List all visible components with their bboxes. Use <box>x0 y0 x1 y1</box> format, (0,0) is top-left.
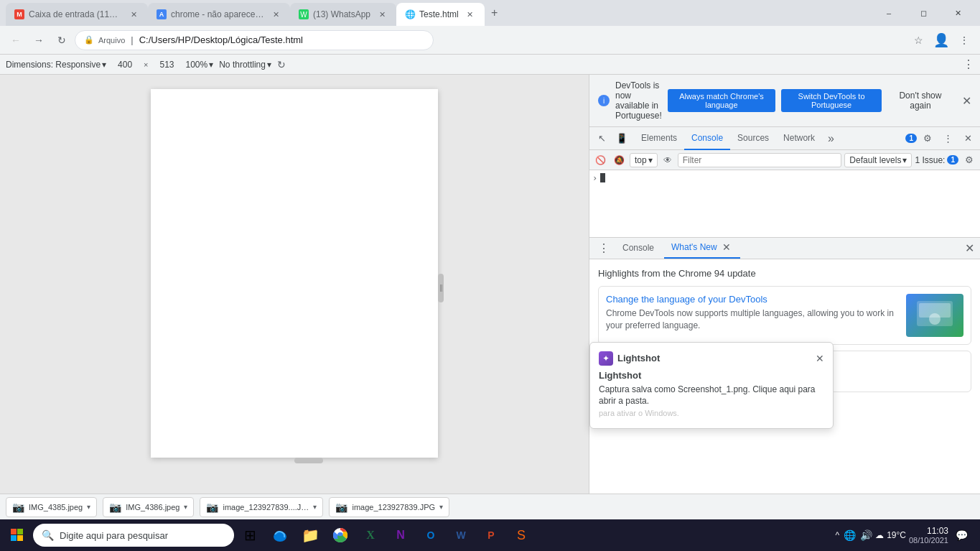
tab-chrome[interactable]: A chrome - não aparece nada | Lóg... ✕ <box>148 3 290 26</box>
download-chevron-4[interactable]: ▾ <box>439 503 443 511</box>
tab-chrome-close[interactable]: ✕ <box>270 9 281 20</box>
weather-widget[interactable]: ☁ 19°C <box>875 530 906 540</box>
taskbar-app-outlook[interactable]: O <box>416 521 445 550</box>
levels-selector[interactable]: Default levels ▾ <box>844 153 912 167</box>
minimize-button[interactable]: – <box>872 1 905 24</box>
inspect-element-button[interactable]: ↖ <box>592 129 611 148</box>
resize-handle-right[interactable]: ‖ <box>438 274 444 302</box>
console-content[interactable]: › <box>589 170 980 237</box>
weather-temp: 19°C <box>887 530 906 540</box>
close-devtools-button[interactable]: ✕ <box>958 129 977 148</box>
tab-gmail[interactable]: M Caixa de entrada (111) - andrede... ✕ <box>6 3 148 26</box>
tab-console[interactable]: Console <box>684 127 730 150</box>
throttle-arrow: ▾ <box>267 60 271 70</box>
taskbar-app-edge[interactable] <box>266 521 294 550</box>
drawer-close-button[interactable]: ✕ <box>965 241 974 255</box>
drawer-tab-console[interactable]: Console <box>615 237 661 259</box>
clear-console-button[interactable]: 🚫 <box>592 152 608 168</box>
taskbar-app-explorer[interactable]: 📁 <box>296 521 325 550</box>
feature-language-title[interactable]: Change the language of your DevTools <box>606 294 899 305</box>
devtools-left-icons: ↖ 📱 <box>589 129 634 148</box>
download-item-2[interactable]: 📷 IMG_4386.jpeg ▾ <box>103 497 194 517</box>
download-item-1[interactable]: 📷 IMG_4385.jpeg ▾ <box>6 497 97 517</box>
search-placeholder: Digite aqui para pesquisar <box>60 530 168 541</box>
eye-button[interactable]: 👁 <box>661 154 675 167</box>
taskbar-app-chrome[interactable] <box>326 521 355 550</box>
menu-button[interactable]: ⋮ <box>954 30 974 50</box>
console-settings-button[interactable]: ⚙ <box>961 152 977 168</box>
match-language-button[interactable]: Always match Chrome's language <box>668 89 775 112</box>
tab-whatsapp-close[interactable]: ✕ <box>376 9 388 20</box>
download-chevron-3[interactable]: ▾ <box>313 503 317 511</box>
taskbar-app-unknown[interactable]: S <box>507 521 536 550</box>
resize-handle-bottom[interactable] <box>294 458 323 463</box>
address-input[interactable]: 🔒 Arquivo | C:/Users/HP/Desktop/Lógica/T… <box>75 30 434 50</box>
download-chevron-2[interactable]: ▾ <box>184 503 187 511</box>
tab-teste-close[interactable]: ✕ <box>465 9 476 20</box>
devtools-dimensions-bar: Dimensions: Responsive ▾ × 100% ▾ No thr… <box>0 55 980 75</box>
more-tabs-button[interactable]: » <box>822 132 840 145</box>
taskbar-app-word[interactable]: W <box>447 521 475 550</box>
taskbar: 🔍 Digite aqui para pesquisar ⊞ 📁 <box>0 519 980 551</box>
dont-show-again-button[interactable]: Don't show again <box>887 88 953 114</box>
issues-badge: 1 <box>905 134 917 143</box>
devtools-panel: i DevTools is now available in Portugues… <box>589 75 980 494</box>
switch-language-button[interactable]: Switch DevTools to Portuguese <box>781 89 882 112</box>
block-urls-button[interactable]: 🔕 <box>611 152 627 168</box>
devtools-bar-more[interactable]: ⋮ <box>963 57 974 71</box>
lightshot-message: Captura salva como Screenshot_1.png. Cli… <box>599 384 816 407</box>
profile-button[interactable]: 👤 <box>931 30 951 50</box>
tab-gmail-close[interactable]: ✕ <box>128 9 139 20</box>
close-button[interactable]: ✕ <box>941 1 974 24</box>
address-bar: ← → ↻ 🔒 Arquivo | C:/Users/HP/Desktop/Ló… <box>0 26 980 55</box>
tab-sources[interactable]: Sources <box>730 127 776 150</box>
taskbar-app-taskview[interactable]: ⊞ <box>235 521 264 550</box>
height-input[interactable] <box>154 60 180 70</box>
banner-info-icon: i <box>598 95 610 106</box>
drawer-more-button[interactable]: ⋮ <box>595 241 612 255</box>
restore-button[interactable]: ◻ <box>907 1 940 24</box>
zoom-selector[interactable]: 100% ▾ <box>186 60 214 70</box>
taskbar-app-powerpoint[interactable]: P <box>477 521 505 550</box>
tab-teste[interactable]: 🌐 Teste.html ✕ <box>396 3 485 26</box>
dimensions-selector[interactable]: Dimensions: Responsive ▾ <box>6 60 106 70</box>
forward-button[interactable]: → <box>29 30 49 50</box>
throttle-selector[interactable]: No throttling ▾ <box>219 60 271 70</box>
tray-network-icon: 🌐 <box>844 529 856 541</box>
device-toolbar-button[interactable]: 📱 <box>612 129 631 148</box>
download-bar: 📷 IMG_4385.jpeg ▾ 📷 IMG_4386.jpeg ▾ 📷 im… <box>0 494 980 519</box>
width-input[interactable] <box>112 60 138 70</box>
settings-button[interactable]: ⚙ <box>918 129 937 148</box>
tray-expand[interactable]: ^ <box>835 530 839 540</box>
back-button[interactable]: ← <box>6 30 26 50</box>
bookmark-button[interactable]: ☆ <box>908 30 928 50</box>
toolbar-right: ☆ 👤 ⋮ <box>908 30 974 50</box>
drawer-tab-close-button[interactable]: ✕ <box>720 241 733 254</box>
dimensions-label: Dimensions: Responsive <box>6 60 101 70</box>
new-tab-button[interactable]: + <box>485 3 505 23</box>
address-url: C:/Users/HP/Desktop/Lógica/Teste.html <box>139 34 303 45</box>
taskbar-app-onenote[interactable]: N <box>386 521 415 550</box>
banner-close-button[interactable]: ✕ <box>962 94 971 108</box>
start-button[interactable] <box>3 521 32 550</box>
tab-network[interactable]: Network <box>776 127 822 150</box>
tab-whatsapp[interactable]: W (13) WhatsApp ✕ <box>290 3 396 26</box>
refresh-button[interactable]: ↻ <box>52 30 72 50</box>
rotate-icon[interactable]: ↻ <box>277 59 286 70</box>
tab-elements[interactable]: Elements <box>634 127 684 150</box>
download-item-4[interactable]: 📷 image_123927839.JPG ▾ <box>329 497 449 517</box>
download-chevron-1[interactable]: ▾ <box>87 503 90 511</box>
taskbar-app-excel[interactable]: X <box>356 521 385 550</box>
customize-button[interactable]: ⋮ <box>938 129 957 148</box>
taskbar-search[interactable]: 🔍 Digite aqui para pesquisar <box>33 524 234 547</box>
whatsapp-favicon: W <box>299 9 309 19</box>
context-value: top <box>635 155 647 165</box>
drawer-tab-whats-new[interactable]: What's New ✕ <box>664 237 740 259</box>
address-protocol-icon: 🔒 <box>84 35 94 45</box>
context-selector[interactable]: top ▾ <box>630 153 658 167</box>
filter-input[interactable] <box>678 153 842 167</box>
lightshot-close-button[interactable]: ✕ <box>816 353 824 364</box>
banner-text: DevTools is now available in Portuguese! <box>615 80 662 121</box>
download-item-3[interactable]: 📷 image_123927839....JPG ▾ <box>200 497 323 517</box>
notification-button[interactable]: 💬 <box>951 525 971 545</box>
